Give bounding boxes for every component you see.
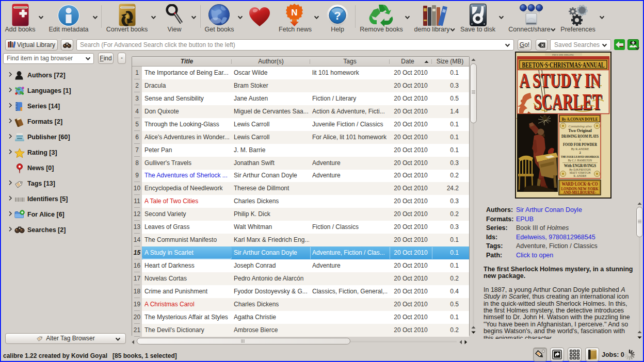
- svg-text:A STUDY IN: A STUDY IN: [519, 69, 601, 91]
- svg-text:PRICE ONE SHILLING: PRICE ONE SHILLING: [552, 54, 574, 56]
- svg-text:FOOD FOR POWDER: FOOD FOR POWDER: [563, 142, 597, 147]
- svg-text:2: 2: [579, 151, 581, 154]
- svg-text:SCARLET: SCARLET: [534, 89, 602, 114]
- svg-text:Two Original: Two Original: [568, 128, 592, 133]
- svg-text:By C.J. HAMILTON: By C.J. HAMILTON: [568, 159, 592, 162]
- svg-text:WARD·LOCK·&·CO: WARD·LOCK·&·CO: [562, 182, 598, 187]
- svg-text:R. ANDRE: R. ANDRE: [573, 174, 587, 177]
- svg-text:N: N: [291, 8, 297, 18]
- svg-text:AND·MELBOURNE·: AND·MELBOURNE·: [564, 190, 597, 195]
- svg-text:By A.CONAN DOYLE: By A.CONAN DOYLE: [562, 117, 598, 122]
- svg-text:1: 1: [579, 138, 581, 141]
- svg-text:DRAWING ROOM PLAYS: DRAWING ROOM PLAYS: [561, 134, 599, 139]
- svg-text:THE FOUR LEAVED SHAMROCK: THE FOUR LEAVED SHAMROCK: [561, 155, 599, 159]
- svg-text:Containing also: Containing also: [569, 124, 592, 128]
- svg-text:BEETON·S·CHRISTMAS·ANNUAL: BEETON·S·CHRISTMAS·ANNUAL: [522, 60, 605, 69]
- svg-text:With ENGRAVINGS: With ENGRAVINGS: [564, 163, 596, 168]
